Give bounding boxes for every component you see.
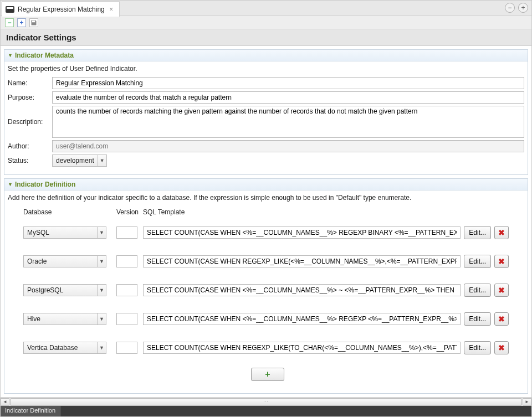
col-database: Database	[23, 208, 116, 216]
section-description: Add here the definition of your indicato…	[8, 194, 524, 202]
label-name: Name:	[8, 79, 52, 87]
purpose-field[interactable]	[52, 91, 524, 104]
edit-button[interactable]: Edit...	[464, 255, 491, 268]
close-icon[interactable]: ×	[108, 6, 115, 13]
chevron-down-icon: ▼	[98, 155, 106, 166]
tab-title: Regular Expression Matching	[18, 6, 105, 13]
edit-button[interactable]: Edit...	[464, 341, 491, 354]
definition-row: Oracle ▼ Edit... ✖	[23, 255, 509, 268]
sql-template-field[interactable]	[143, 226, 461, 239]
delete-icon: ✖	[498, 343, 505, 352]
delete-icon: ✖	[498, 286, 505, 295]
chevron-down-icon: ▼	[97, 342, 106, 353]
version-field[interactable]	[116, 284, 137, 296]
database-combo[interactable]: MySQL ▼	[23, 226, 106, 239]
version-field[interactable]	[116, 313, 137, 325]
status-combo[interactable]: development ▼	[52, 155, 107, 167]
delete-button[interactable]: ✖	[494, 255, 509, 268]
edit-button[interactable]: Edit...	[464, 226, 491, 239]
scroll-left-arrow[interactable]: ◄	[1, 398, 9, 406]
version-field[interactable]	[116, 255, 137, 267]
label-purpose: Purpose:	[8, 94, 52, 101]
sql-template-field[interactable]	[143, 342, 461, 354]
status-active-section[interactable]: Indicator Definition	[1, 406, 60, 416]
section-title: Indicator Definition	[15, 181, 75, 188]
delete-icon: ✖	[498, 315, 505, 323]
section-title: Indicator Metadata	[15, 52, 74, 59]
section-indicator-metadata: ▼ Indicator Metadata Set the properties …	[4, 49, 528, 175]
definition-row: MySQL ▼ Edit... ✖	[23, 226, 509, 239]
label-status: Status:	[8, 157, 52, 164]
edit-button[interactable]: Edit...	[464, 312, 491, 326]
delete-icon: ✖	[498, 257, 505, 266]
label-description: Description:	[8, 106, 52, 126]
database-combo[interactable]: Vertica Database ▼	[23, 342, 106, 354]
indicator-icon	[6, 6, 14, 13]
status-bar: Indicator Definition	[1, 406, 531, 416]
database-value: Oracle	[24, 258, 97, 265]
twisty-icon: ▼	[8, 182, 13, 187]
delete-icon: ✖	[498, 228, 505, 237]
app-window: Regular Expression Matching × − + − + In…	[0, 0, 532, 417]
definition-row: Vertica Database ▼ Edit... ✖	[23, 341, 509, 354]
tab-regex-matching[interactable]: Regular Expression Matching ×	[2, 1, 120, 17]
database-value: Vertica Database	[24, 344, 97, 352]
chevron-down-icon: ▼	[97, 227, 106, 238]
editor-toolbar: − +	[1, 16, 531, 29]
page-heading: Indicator Settings	[1, 29, 531, 46]
status-value: development	[53, 157, 98, 164]
definition-column-headers: Database Version SQL Template	[8, 206, 524, 219]
section-header-metadata[interactable]: ▼ Indicator Metadata	[4, 50, 528, 61]
chevron-down-icon: ▼	[97, 256, 106, 267]
version-field[interactable]	[116, 342, 137, 354]
collapse-all-icon[interactable]: −	[5, 18, 14, 27]
database-combo[interactable]: PostgreSQL ▼	[23, 284, 106, 296]
horizontal-scrollbar[interactable]: ◄ ··· ►	[1, 397, 531, 406]
database-value: Hive	[24, 315, 97, 323]
tabbar-controls: − +	[505, 3, 528, 13]
save-icon[interactable]	[29, 18, 38, 27]
database-value: MySQL	[24, 229, 97, 236]
editor-tabbar: Regular Expression Matching × − +	[1, 1, 531, 16]
delete-button[interactable]: ✖	[494, 284, 509, 297]
edit-button[interactable]: Edit...	[464, 284, 491, 297]
label-author: Author:	[8, 142, 52, 150]
definition-rows: MySQL ▼ Edit... ✖ Oracle ▼ Edit... ✖ Pos…	[8, 219, 524, 359]
section-description: Set the properties of User Defined Indic…	[8, 65, 524, 73]
definition-row: PostgreSQL ▼ Edit... ✖	[23, 284, 509, 297]
database-combo[interactable]: Hive ▼	[23, 313, 106, 325]
database-value: PostgreSQL	[24, 286, 97, 294]
col-version: Version	[116, 208, 143, 216]
maximize-button[interactable]: +	[518, 3, 528, 13]
definition-row: Hive ▼ Edit... ✖	[23, 312, 509, 326]
author-field	[52, 140, 524, 152]
expand-all-icon[interactable]: +	[17, 18, 26, 27]
minimize-button[interactable]: −	[505, 3, 515, 13]
name-field[interactable]	[52, 77, 524, 89]
sql-template-field[interactable]	[143, 284, 461, 296]
description-field[interactable]	[52, 106, 524, 138]
sql-template-field[interactable]	[143, 255, 461, 267]
scroll-track[interactable]: ···	[9, 398, 523, 406]
content-area: ▼ Indicator Metadata Set the properties …	[1, 46, 531, 397]
twisty-icon: ▼	[8, 53, 13, 58]
add-definition-button[interactable]: +	[251, 368, 284, 381]
version-field[interactable]	[116, 226, 137, 239]
page-title: Indicator Settings	[6, 33, 526, 42]
floppy-icon	[30, 19, 37, 26]
plus-icon: +	[265, 369, 270, 379]
section-header-definition[interactable]: ▼ Indicator Definition	[4, 179, 528, 191]
chevron-down-icon: ▼	[97, 285, 106, 296]
sql-template-field[interactable]	[143, 313, 461, 325]
section-indicator-definition: ▼ Indicator Definition Add here the defi…	[4, 178, 528, 394]
scroll-thumb[interactable]: ···	[10, 398, 522, 406]
chevron-down-icon: ▼	[97, 313, 106, 325]
col-sql: SQL Template	[143, 208, 509, 216]
delete-button[interactable]: ✖	[494, 312, 509, 326]
database-combo[interactable]: Oracle ▼	[23, 255, 106, 267]
scroll-right-arrow[interactable]: ►	[523, 398, 531, 406]
delete-button[interactable]: ✖	[494, 341, 509, 354]
delete-button[interactable]: ✖	[494, 226, 509, 239]
